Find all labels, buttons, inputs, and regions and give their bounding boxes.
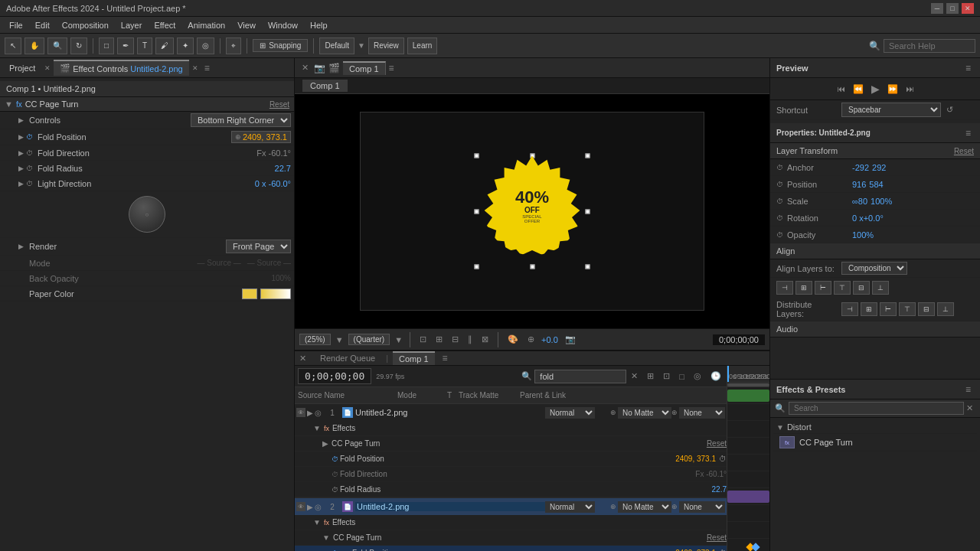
reset-link-1[interactable]: Reset — [707, 439, 727, 448]
pen-tool[interactable]: ✒ — [117, 37, 134, 54]
align-center-h[interactable]: ⊞ — [795, 281, 812, 295]
effects-expand-1[interactable]: ▼ — [313, 424, 321, 432]
handle-mr[interactable] — [586, 209, 590, 214]
text-tool[interactable]: T — [137, 37, 152, 54]
color-mgmt-btn[interactable]: 🎨 — [505, 333, 521, 346]
fold-pos-link-1[interactable]: ⏱ — [719, 455, 727, 463]
menu-file[interactable]: File — [3, 19, 29, 31]
workspace-learn[interactable]: Learn — [407, 37, 438, 54]
timeline-search-input[interactable] — [534, 370, 626, 383]
menu-composition[interactable]: Composition — [56, 19, 115, 31]
handle-br[interactable] — [586, 265, 590, 269]
tab-comp-tl[interactable]: Comp 1 — [393, 351, 435, 365]
layer-1-expand[interactable]: ▶ — [307, 409, 313, 417]
effect-expand-arrow[interactable]: ▼ — [5, 99, 13, 109]
dist-btn-3[interactable]: ⊢ — [880, 302, 897, 316]
fold-pos-val-1[interactable]: 2409, 373.1 — [675, 455, 716, 463]
comp-tab[interactable]: Comp 1 — [343, 61, 386, 75]
comp-close[interactable]: ✕ — [299, 61, 311, 74]
minimize-button[interactable]: ─ — [931, 3, 943, 14]
position-x[interactable]: 916 — [852, 180, 866, 189]
zoom-dropdown[interactable]: (25%) — [299, 334, 331, 345]
scale-x[interactable]: ∞80 — [852, 197, 867, 206]
layer-2-fold-pos[interactable]: ⏱ ▶ ≈ Fold Position 2409, 373.1 ⏱ — [295, 546, 727, 551]
properties-menu[interactable]: ≡ — [962, 128, 974, 139]
tab-close-1[interactable]: ✕ — [44, 64, 51, 72]
fold-direction-value[interactable]: Fx -60.1° — [256, 148, 291, 158]
render-dropdown[interactable]: Front Page — [226, 240, 291, 253]
shortcut-dropdown[interactable]: Spacebar — [841, 103, 941, 117]
guides-btn[interactable]: ∥ — [466, 333, 475, 346]
playhead[interactable] — [727, 366, 729, 382]
time-display[interactable]: 0;00;00;00 — [713, 334, 765, 345]
keyframe-2[interactable] — [751, 543, 760, 551]
clear-effects-search[interactable]: ✕ — [964, 402, 975, 415]
close-timeline[interactable]: ✕ — [299, 354, 306, 364]
anchor-y[interactable]: 292 — [872, 163, 886, 172]
hand-tool[interactable]: ✋ — [24, 37, 44, 54]
region-btn[interactable]: ⊡ — [417, 333, 429, 346]
scale-y[interactable]: 100% — [871, 197, 892, 206]
paper-color-swatch[interactable] — [242, 289, 257, 299]
rect-tool[interactable]: □ — [99, 37, 114, 54]
left-panel-menu[interactable]: ≡ — [201, 63, 213, 73]
effect-reset[interactable]: Reset — [270, 100, 289, 109]
menu-view[interactable]: View — [231, 19, 262, 31]
light-dir-expand[interactable]: ▶ — [18, 180, 26, 187]
handle-bl[interactable] — [475, 265, 479, 269]
tl-options-3[interactable]: □ — [677, 370, 687, 383]
fold-radius-value[interactable]: 22.7 — [275, 164, 291, 173]
layer-2-row[interactable]: 👁 ▶ ◎ 2 📄 Untitled-2.png Normal — [295, 498, 727, 515]
layer-2-parent[interactable]: None — [679, 501, 725, 513]
menu-effect[interactable]: Effect — [148, 19, 181, 31]
track-bar-2[interactable] — [727, 491, 769, 503]
work-area-indicator[interactable] — [727, 383, 769, 386]
tl-options-4[interactable]: ◎ — [691, 370, 704, 383]
puppet-tool[interactable]: ⌖ — [226, 37, 241, 54]
effects-search-input[interactable] — [789, 402, 964, 415]
effects-expand-2[interactable]: ▼ — [313, 518, 321, 527]
align-bottom[interactable]: ⊥ — [872, 281, 889, 295]
dist-btn-5[interactable]: ⊟ — [918, 302, 935, 316]
tab-project[interactable]: Project — [3, 61, 41, 75]
menu-edit[interactable]: Edit — [29, 19, 56, 31]
render-expand[interactable]: ▶ — [18, 243, 26, 250]
cc-page-turn-entry[interactable]: fx CC Page Turn — [773, 434, 977, 452]
controls-dropdown[interactable]: Bottom Right Corner — [191, 113, 291, 127]
rotate-tool[interactable]: ↻ — [70, 37, 87, 54]
menu-help[interactable]: Help — [304, 19, 334, 31]
align-target-dropdown[interactable]: Composition — [841, 262, 907, 275]
light-direction-value[interactable]: 0 x -60.0° — [255, 179, 291, 188]
timeline-menu[interactable]: ≡ — [439, 353, 451, 364]
workspace-review[interactable]: Review — [368, 37, 404, 54]
handle-tr[interactable] — [586, 154, 590, 158]
menu-animation[interactable]: Animation — [181, 19, 231, 31]
next-frame[interactable]: ⏩ — [885, 83, 900, 96]
handle-ml[interactable] — [475, 209, 479, 214]
tab-render-queue[interactable]: Render Queue — [314, 351, 381, 365]
fold-pos-expand[interactable]: ▶ — [18, 133, 26, 141]
layer-2-solo[interactable]: ◎ — [315, 503, 322, 511]
reset-link-2[interactable]: Reset — [707, 533, 727, 542]
help-search-input[interactable] — [884, 39, 975, 53]
fold-rad-val-1[interactable]: 22.7 — [712, 485, 727, 494]
effects-presets-menu[interactable]: ≡ — [962, 384, 974, 395]
eye-1[interactable]: 👁 — [296, 408, 305, 417]
track-bar-1[interactable] — [727, 390, 769, 402]
eye-2[interactable]: 👁 — [296, 502, 305, 511]
selection-tool[interactable]: ↖ — [5, 37, 21, 54]
position-y[interactable]: 584 — [869, 180, 883, 189]
layer-1-row[interactable]: 👁 ▶ ◎ 1 📄 Untitled-2.png Normal — [295, 404, 727, 421]
align-center-v[interactable]: ⊟ — [853, 281, 870, 295]
rulers-btn[interactable]: ⊠ — [479, 333, 491, 346]
zoom-tool[interactable]: 🔍 — [47, 37, 67, 54]
layer-1-solo[interactable]: ◎ — [315, 409, 322, 417]
align-left[interactable]: ⊣ — [776, 281, 793, 295]
tl-options-5[interactable]: 🕒 — [708, 370, 724, 383]
clone-tool[interactable]: ✦ — [177, 37, 194, 54]
tab-close-2[interactable]: ✕ — [192, 64, 198, 72]
align-right[interactable]: ⊢ — [815, 281, 831, 295]
light-direction-dial[interactable]: ○ — [129, 196, 165, 233]
exposure-btn[interactable]: ⊕ — [525, 333, 537, 346]
safe-zones[interactable]: ⊞ — [433, 333, 445, 346]
